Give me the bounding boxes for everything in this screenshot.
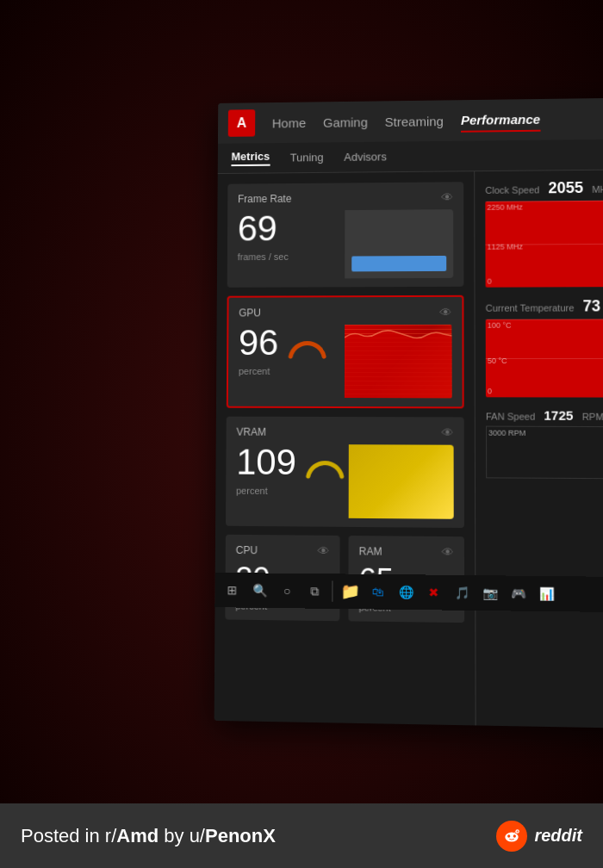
clock-speed-header: Clock Speed 2055 MHz <box>485 178 603 198</box>
gpu-eye-icon[interactable]: 👁 <box>439 306 451 319</box>
fan-section: FAN Speed 1725 RPM 3000 RPM <box>486 407 603 479</box>
clock-speed-value: 2055 <box>548 179 583 197</box>
sub-nav: Metrics Tuning Advisors <box>218 139 603 174</box>
clock-speed-unit: MHz <box>592 184 603 195</box>
gpu-chart <box>345 325 452 398</box>
taskbar-search[interactable]: 🔍 <box>249 580 270 601</box>
clock-min-label: 0 <box>488 277 492 286</box>
clock-speed-chart: 2250 MHz 1125 MHz 0 30s <box>485 200 603 288</box>
nav-home[interactable]: Home <box>272 112 306 133</box>
nav-performance[interactable]: Performance <box>461 108 540 132</box>
vram-label: VRAM <box>236 426 265 438</box>
gpu-header: GPU 👁 <box>239 306 451 320</box>
gpu-label: GPU <box>239 307 261 319</box>
temp-title: Current Temperature <box>486 302 575 313</box>
clock-speed-title: Clock Speed <box>485 184 539 195</box>
cpu-label: CPU <box>236 544 258 556</box>
vram-chart <box>349 444 454 519</box>
taskbar-store[interactable]: 🛍 <box>368 581 389 603</box>
cpu-eye-icon[interactable]: 👁 <box>317 544 329 558</box>
cpu-header: CPU 👁 <box>236 543 330 558</box>
taskbar-start[interactable]: ⊞ <box>221 580 242 600</box>
temp-max-label: 100 °C <box>488 321 512 330</box>
left-panel: Frame Rate 👁 69 frames / sec <box>214 171 476 725</box>
amd-logo: A <box>228 109 256 137</box>
ram-eye-icon[interactable]: 👁 <box>442 545 454 559</box>
frame-rate-eye-icon[interactable]: 👁 <box>441 190 453 204</box>
footer-pre: Posted in r/ <box>21 825 116 846</box>
vram-left: 109 percent <box>236 444 349 518</box>
frame-rate-left: 69 frames / sec <box>238 210 345 279</box>
temp-mid-label: 50 °C <box>488 356 507 365</box>
clock-speed-section: Clock Speed 2055 MHz 2250 MHz 1125 MHz 0… <box>485 178 603 288</box>
reddit-icon <box>496 821 527 852</box>
taskbar-amd[interactable]: 📊 <box>536 583 557 604</box>
clock-mid-label: 1125 MHz <box>487 242 522 251</box>
taskbar-divider <box>332 580 333 601</box>
footer-text: Posted in r/Amd by u/PenonX <box>21 825 276 847</box>
temp-chart: 100 °C 50 °C 0 30s <box>486 319 603 397</box>
vram-header: VRAM 👁 <box>236 425 453 440</box>
vram-eye-icon[interactable]: 👁 <box>441 425 453 439</box>
temp-section: Current Temperature 73 °C 100 °C 50 °C 0… <box>486 297 603 398</box>
temp-grid-top <box>486 319 603 320</box>
svg-point-3 <box>513 834 516 837</box>
subnav-tuning[interactable]: Tuning <box>290 151 324 164</box>
footer-username: PenonX <box>205 825 276 846</box>
taskbar-taskview[interactable]: ⧉ <box>304 580 325 602</box>
ram-label: RAM <box>359 545 382 557</box>
fan-title: FAN Speed <box>486 411 535 421</box>
taskbar-cortana[interactable]: ○ <box>277 580 297 602</box>
nav-bar: A Home Gaming Streaming Performance <box>218 97 603 144</box>
footer-bar: Posted in r/Amd by u/PenonX reddit <box>0 803 603 868</box>
screen-content: A Home Gaming Streaming Performance <box>103 46 603 683</box>
frame-rate-value: 69 <box>238 210 345 246</box>
footer-community: Amd <box>116 825 159 846</box>
clock-max-label: 2250 MHz <box>487 203 522 212</box>
frame-rate-header: Frame Rate 👁 <box>238 190 453 206</box>
subnav-advisors[interactable]: Advisors <box>344 150 387 163</box>
main-content: Frame Rate 👁 69 frames / sec <box>214 170 603 730</box>
vram-gauge <box>302 445 349 480</box>
frame-rate-card: Frame Rate 👁 69 frames / sec <box>227 182 464 288</box>
chart-grid-top <box>485 200 603 202</box>
frame-rate-chart <box>345 209 453 278</box>
taskbar-explorer[interactable]: 📁 <box>339 581 360 603</box>
gpu-gauge <box>283 326 331 360</box>
taskbar-close[interactable]: ✖ <box>423 582 444 604</box>
vram-card: VRAM 👁 109 <box>226 417 464 528</box>
temp-header: Current Temperature 73 °C <box>486 297 603 316</box>
nav-streaming[interactable]: Streaming <box>385 110 444 132</box>
app-window: A Home Gaming Streaming Performance <box>214 97 603 730</box>
taskbar-chrome[interactable]: 🌐 <box>395 581 416 603</box>
gpu-card: GPU 👁 96 <box>227 295 464 409</box>
svg-point-1 <box>506 832 519 841</box>
taskbar-obs[interactable]: 📷 <box>479 582 500 604</box>
nav-items: Home Gaming Streaming Performance <box>272 108 540 133</box>
frame-rate-label: Frame Rate <box>238 193 291 205</box>
gpu-unit: percent <box>239 366 345 376</box>
fan-unit: RPM <box>582 412 603 422</box>
gpu-value: 96 <box>239 325 278 361</box>
gpu-left: 96 percent <box>239 325 345 398</box>
taskbar: ⊞ 🔍 ○ ⧉ 📁 🛍 🌐 ✖ 🎵 📷 🎮 📊 <box>214 573 603 613</box>
taskbar-spotify[interactable]: 🎵 <box>451 582 472 604</box>
fan-chart: 3000 RPM <box>486 426 603 480</box>
temp-min-label: 0 <box>488 387 492 395</box>
nav-gaming[interactable]: Gaming <box>323 111 368 133</box>
footer-mid: by u/ <box>159 825 205 846</box>
svg-point-2 <box>507 834 510 837</box>
vram-unit: percent <box>236 486 349 497</box>
reddit-logo-svg <box>502 827 521 846</box>
subnav-metrics[interactable]: Metrics <box>231 150 270 166</box>
ram-header: RAM 👁 <box>359 544 454 559</box>
reddit-badge: reddit <box>496 821 582 852</box>
gpu-wave-svg <box>345 325 452 398</box>
fan-value: 1725 <box>544 408 573 423</box>
reddit-label: reddit <box>534 826 582 846</box>
taskbar-game[interactable]: 🎮 <box>507 583 529 604</box>
frame-rate-unit: frames / sec <box>238 251 345 263</box>
right-panel: Clock Speed 2055 MHz 2250 MHz 1125 MHz 0… <box>474 170 603 730</box>
temp-value: 73 <box>583 297 601 315</box>
fan-max-label: 3000 RPM <box>488 429 525 437</box>
